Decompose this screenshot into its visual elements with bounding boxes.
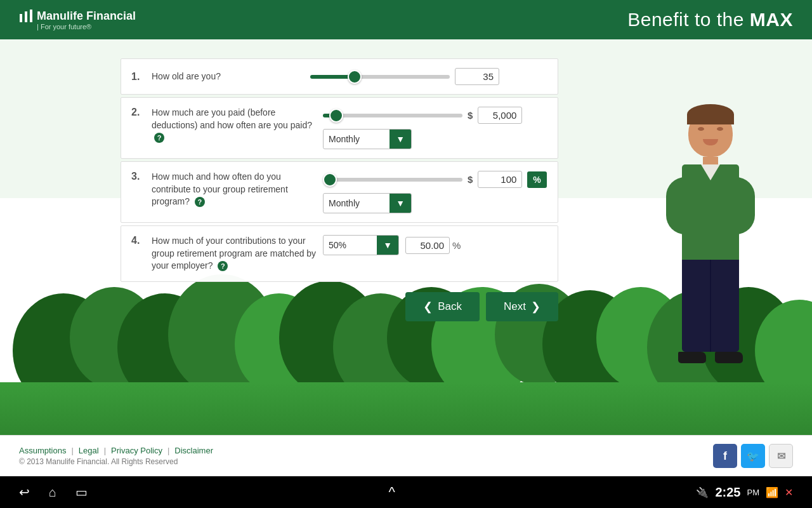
footer-left: Assumptions | Legal | Privacy Policy | D… xyxy=(19,446,213,466)
footer-link-assumptions[interactable]: Assumptions xyxy=(19,446,66,455)
q1-input[interactable] xyxy=(455,68,499,85)
footer-links: Assumptions | Legal | Privacy Policy | D… xyxy=(19,446,213,455)
footer-copyright: © 2013 Manulife Financial. All Rights Re… xyxy=(19,457,213,466)
q3-text: How much and how often do you contribute… xyxy=(152,171,317,208)
q2-number: 2. xyxy=(131,107,145,118)
q1-controls xyxy=(310,68,547,85)
manulife-logo-icon xyxy=(19,9,33,23)
statusbar-nav: ↩ ⌂ ▭ xyxy=(19,485,88,500)
nav-buttons: ❮ Back Next ❯ xyxy=(121,292,558,321)
battery-icon: ✕ xyxy=(785,486,793,498)
q2-dropdown-wrap: Monthly Weekly Bi-weekly Annually ▼ xyxy=(323,129,412,149)
footer-sep-3: | xyxy=(167,446,169,455)
q3-percent-toggle[interactable]: % xyxy=(527,171,546,188)
q2-controls-row-1: $ xyxy=(323,107,547,124)
q3-controls: $ % Monthly Weekly Bi-weekly Annually ▼ xyxy=(323,171,547,213)
q2-controls: $ Monthly Weekly Bi-weekly Annually ▼ xyxy=(323,107,547,149)
q1-slider[interactable] xyxy=(310,75,450,79)
mail-button[interactable]: ✉ xyxy=(769,444,793,468)
next-button[interactable]: Next ❯ xyxy=(486,292,558,321)
q2-help-icon[interactable]: ? xyxy=(154,133,164,143)
q4-match-select[interactable]: 50% 25% 75% 100% 0% xyxy=(324,236,377,254)
person-figure xyxy=(647,97,774,401)
footer: Assumptions | Legal | Privacy Policy | D… xyxy=(0,435,812,476)
app-header: Manulife Financial | For your future® Be… xyxy=(0,0,812,39)
q4-dropdown-wrap: 50% 25% 75% 100% 0% ▼ xyxy=(323,235,399,255)
q4-help-icon[interactable]: ? xyxy=(218,261,228,271)
q2-dropdown-arrow[interactable]: ▼ xyxy=(390,130,411,149)
q3-controls-row-2: Monthly Weekly Bi-weekly Annually ▼ xyxy=(323,193,547,213)
back-label: Back xyxy=(438,300,462,313)
header-title-bold: MAX xyxy=(750,9,793,30)
q2-currency: $ xyxy=(468,110,473,121)
q4-controls-row: 50% 25% 75% 100% 0% ▼ % xyxy=(323,235,547,255)
q3-controls-row-1: $ % xyxy=(323,171,547,188)
footer-link-privacy[interactable]: Privacy Policy xyxy=(111,446,162,455)
q1-controls-row xyxy=(310,68,547,85)
status-ampm: PM xyxy=(747,488,759,497)
usb-icon: 🔌 xyxy=(696,486,709,498)
q4-pct-symbol: % xyxy=(452,240,461,251)
header-title: Benefit to the MAX xyxy=(627,9,793,30)
q3-number: 3. xyxy=(131,171,145,182)
q3-currency: $ xyxy=(468,174,473,185)
footer-link-disclaimer[interactable]: Disclaimer xyxy=(174,446,213,455)
q3-dropdown-arrow[interactable]: ▼ xyxy=(390,194,411,213)
svg-rect-1 xyxy=(25,11,27,22)
statusbar-right: 🔌 2:25 PM 📶 ✕ xyxy=(696,485,793,500)
main-content: 1. How old are you? 2. How much are you … xyxy=(0,39,812,465)
status-time: 2:25 xyxy=(715,485,740,500)
q3-help-icon[interactable]: ? xyxy=(195,197,205,207)
q2-frequency-select[interactable]: Monthly Weekly Bi-weekly Annually xyxy=(324,130,390,148)
q3-input[interactable] xyxy=(478,171,522,188)
logo-area: Manulife Financial | For your future® xyxy=(19,9,136,30)
q2-text: How much are you paid (before deductions… xyxy=(152,107,317,144)
logo-company-name: Manulife Financial xyxy=(37,10,136,23)
svg-rect-0 xyxy=(20,14,22,22)
q4-number: 4. xyxy=(131,235,145,246)
q2-slider[interactable] xyxy=(323,114,462,117)
q2-input[interactable] xyxy=(478,107,522,124)
q1-number: 1. xyxy=(131,71,145,83)
question-2-row: 2. How much are you paid (before deducti… xyxy=(121,97,558,159)
footer-link-legal[interactable]: Legal xyxy=(79,446,99,455)
android-statusbar: ↩ ⌂ ▭ ^ 🔌 2:25 PM 📶 ✕ xyxy=(0,476,812,508)
svg-rect-2 xyxy=(30,10,32,22)
twitter-icon: 🐦 xyxy=(747,450,759,462)
q3-frequency-select[interactable]: Monthly Weekly Bi-weekly Annually xyxy=(324,194,390,212)
q3-dropdown-wrap: Monthly Weekly Bi-weekly Annually ▼ xyxy=(323,193,412,213)
footer-sep-1: | xyxy=(71,446,73,455)
form-panel: 1. How old are you? 2. How much are you … xyxy=(121,58,558,321)
facebook-button[interactable]: f xyxy=(713,444,737,468)
q4-dropdown-arrow[interactable]: ▼ xyxy=(377,236,398,255)
logo-tagline: | For your future® xyxy=(19,23,91,30)
header-title-prefix: Benefit to the xyxy=(627,9,750,30)
social-icons: f 🐦 ✉ xyxy=(713,444,793,468)
q3-slider[interactable] xyxy=(323,178,462,182)
logo-text: Manulife Financial xyxy=(19,9,136,23)
statusbar-center[interactable]: ^ xyxy=(389,484,395,500)
wifi-icon: 📶 xyxy=(766,486,778,498)
twitter-button[interactable]: 🐦 xyxy=(741,444,765,468)
q1-text: How old are you? xyxy=(152,70,304,83)
q2-controls-row-2: Monthly Weekly Bi-weekly Annually ▼ xyxy=(323,129,547,149)
back-nav-icon[interactable]: ↩ xyxy=(19,485,30,500)
recents-nav-icon[interactable]: ▭ xyxy=(75,485,88,500)
q4-controls: 50% 25% 75% 100% 0% ▼ % xyxy=(323,235,547,255)
q4-pct-wrap: % xyxy=(405,237,461,254)
back-arrow-icon: ❮ xyxy=(423,300,433,314)
question-4-row: 4. How much of your contributions to you… xyxy=(121,225,558,282)
back-button[interactable]: ❮ Back xyxy=(405,292,480,321)
footer-sep-2: | xyxy=(104,446,106,455)
question-1-row: 1. How old are you? xyxy=(121,58,558,95)
question-3-row: 3. How much and how often do you contrib… xyxy=(121,161,558,223)
q4-text: How much of your contributions to your g… xyxy=(152,235,317,272)
next-label: Next xyxy=(504,300,526,313)
next-arrow-icon: ❯ xyxy=(531,300,540,314)
home-nav-icon[interactable]: ⌂ xyxy=(49,485,56,500)
facebook-icon: f xyxy=(723,450,727,463)
q4-pct-input[interactable] xyxy=(405,237,450,254)
mail-icon: ✉ xyxy=(777,450,785,462)
